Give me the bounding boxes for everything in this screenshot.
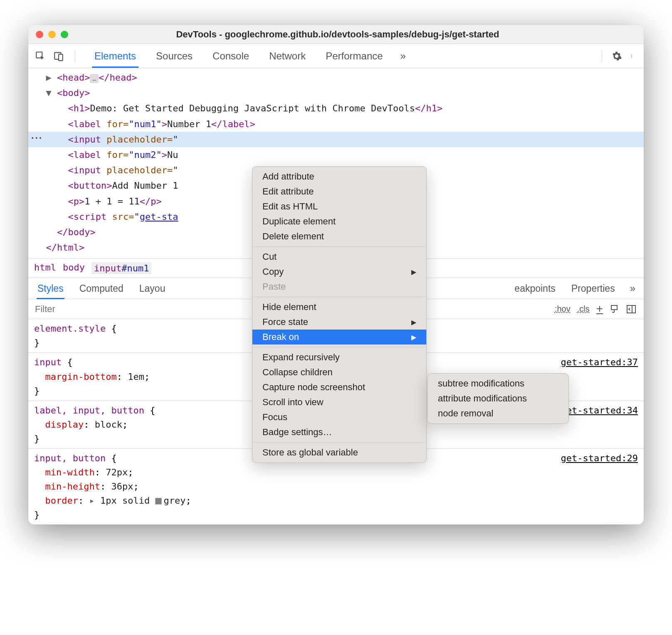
tab-styles[interactable]: Styles <box>37 278 64 299</box>
hov-toggle[interactable]: :hov <box>555 304 571 314</box>
menu-paste: Paste <box>252 279 426 294</box>
rule-source-link[interactable]: get-started:34 <box>561 404 638 418</box>
titlebar: DevTools - googlechrome.github.io/devtoo… <box>28 25 644 44</box>
menu-copy[interactable]: Copy▶ <box>252 264 426 279</box>
menu-focus[interactable]: Focus <box>252 410 426 425</box>
tab-console[interactable]: Console <box>210 44 252 68</box>
svg-point-3 <box>632 54 632 55</box>
menu-collapse-children[interactable]: Collapse children <box>252 365 426 380</box>
collapse-arrow-icon[interactable]: ▶ <box>46 72 52 83</box>
breadcrumb-html[interactable]: html <box>34 262 56 274</box>
break-on-submenu: subtree modifications attribute modifica… <box>427 373 569 424</box>
svg-rect-6 <box>611 305 617 310</box>
toolbar-separator-right <box>602 50 602 62</box>
svg-rect-2 <box>59 54 63 60</box>
rule-source-link[interactable]: get-started:29 <box>561 451 638 465</box>
tab-elements[interactable]: Elements <box>92 44 138 68</box>
panel-tabs: Elements Sources Console Network Perform… <box>85 44 593 68</box>
menu-force-state[interactable]: Force state▶ <box>252 315 426 330</box>
breadcrumb-input[interactable]: input#num1 <box>91 262 151 274</box>
context-menu: Add attribute Edit attribute Edit as HTM… <box>252 166 427 463</box>
menu-separator <box>253 246 425 247</box>
menu-cut[interactable]: Cut <box>252 249 426 264</box>
color-swatch-icon[interactable] <box>155 498 162 505</box>
tree-label2-line[interactable]: <label for="num2">Nu <box>28 147 644 162</box>
tab-performance[interactable]: Performance <box>323 44 385 68</box>
menu-store-global[interactable]: Store as global variable <box>252 445 426 460</box>
rule-source-link[interactable]: get-started:37 <box>561 355 638 369</box>
paint-brush-icon[interactable] <box>610 304 620 314</box>
breadcrumb-body[interactable]: body <box>63 262 85 274</box>
new-style-rule-icon[interactable]: + <box>596 304 603 314</box>
tab-computed[interactable]: Computed <box>79 278 124 299</box>
menu-hide-element[interactable]: Hide element <box>252 300 426 315</box>
submenu-node-removal[interactable]: node removal <box>428 406 568 421</box>
tree-body-open-line[interactable]: ▼ <body> <box>28 85 644 101</box>
shorthand-expand-icon[interactable]: ▸ <box>84 495 100 506</box>
menu-capture-screenshot[interactable]: Capture node screenshot <box>252 380 426 395</box>
tree-label1-line[interactable]: <label for="num1">Number 1</label> <box>28 116 644 132</box>
menu-badge-settings[interactable]: Badge settings… <box>252 425 426 440</box>
tree-h1-line[interactable]: <h1>Demo: Get Started Debugging JavaScri… <box>28 101 644 116</box>
menu-separator <box>253 347 425 347</box>
tab-sources[interactable]: Sources <box>153 44 195 68</box>
settings-gear-icon[interactable] <box>611 51 622 62</box>
menu-separator <box>253 442 425 443</box>
submenu-arrow-icon: ▶ <box>411 268 416 276</box>
kebab-menu-icon[interactable] <box>631 51 635 62</box>
menu-separator <box>253 297 425 297</box>
submenu-arrow-icon: ▶ <box>411 318 416 326</box>
tab-network[interactable]: Network <box>267 44 308 68</box>
menu-edit-attribute[interactable]: Edit attribute <box>252 184 426 199</box>
submenu-arrow-icon: ▶ <box>411 333 416 341</box>
more-styles-tabs-chevron[interactable]: » <box>630 283 635 294</box>
submenu-subtree-modifications[interactable]: subtree modifications <box>428 376 568 391</box>
window-title: DevTools - googlechrome.github.io/devtoo… <box>39 29 636 40</box>
tab-breakpoints-clipped[interactable]: eakpoints <box>514 278 556 299</box>
tab-properties[interactable]: Properties <box>571 278 616 299</box>
menu-expand-recursively[interactable]: Expand recursively <box>252 350 426 365</box>
computed-sidebar-toggle-icon[interactable] <box>626 304 636 314</box>
svg-point-5 <box>632 57 632 57</box>
styles-filter-actions: :hov .cls + <box>555 304 644 314</box>
inspect-element-icon[interactable] <box>35 51 46 62</box>
menu-scroll-into-view[interactable]: Scroll into view <box>252 395 426 410</box>
submenu-attribute-modifications[interactable]: attribute modifications <box>428 391 568 406</box>
menu-delete-element[interactable]: Delete element <box>252 229 426 244</box>
menu-add-attribute[interactable]: Add attribute <box>252 169 426 184</box>
menu-duplicate-element[interactable]: Duplicate element <box>252 214 426 229</box>
svg-point-4 <box>632 56 632 57</box>
main-toolbar: Elements Sources Console Network Perform… <box>28 44 644 68</box>
devtools-window: DevTools - googlechrome.github.io/devtoo… <box>28 25 644 524</box>
toolbar-separator <box>75 50 75 62</box>
tree-input1-line-selected[interactable]: <input placeholder=" <box>28 132 644 147</box>
device-toggle-icon[interactable] <box>53 51 64 62</box>
expand-arrow-icon[interactable]: ▼ <box>46 88 52 98</box>
script-src-link[interactable]: get-sta <box>140 212 178 222</box>
more-tabs-chevron[interactable]: » <box>400 50 406 62</box>
menu-break-on[interactable]: Break on▶ <box>252 330 426 345</box>
tree-head-line[interactable]: ▶ <head>…</head> <box>28 70 644 85</box>
menu-edit-as-html[interactable]: Edit as HTML <box>252 199 426 214</box>
tab-layout-clipped[interactable]: Layou <box>138 278 166 299</box>
cls-toggle[interactable]: .cls <box>577 304 590 314</box>
